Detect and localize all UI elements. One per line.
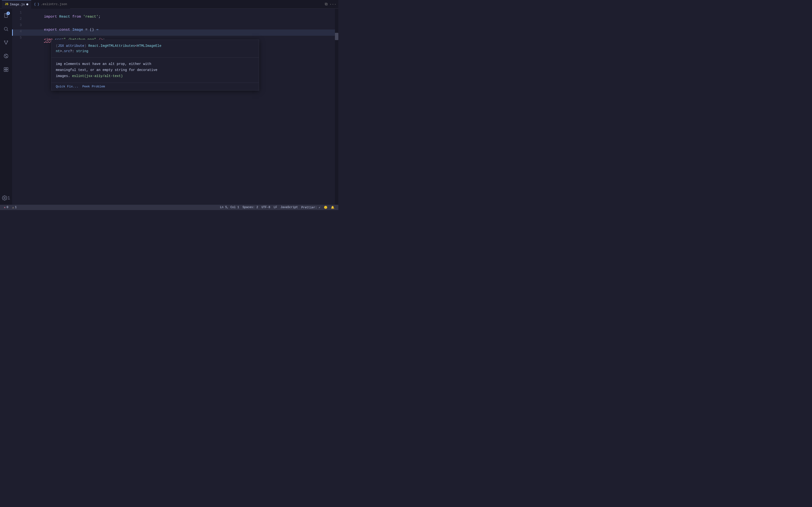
tooltip-imghtml-text: ImgHTMLAttributes (101, 44, 135, 48)
no-internet-icon[interactable] (2, 52, 10, 60)
source-control-icon[interactable] (2, 38, 10, 47)
language-label: JavaScript (281, 206, 298, 209)
tooltip-react-text: React (88, 44, 98, 48)
tooltip-string-type: string (74, 49, 89, 53)
line-ending-setting[interactable]: LF (272, 206, 278, 209)
ln-col: Ln 5, Col 1 (220, 206, 239, 209)
editor-area: 1 import React from 'react'; 2 3 export … (12, 9, 338, 205)
bell-icon: 🔔 (331, 206, 335, 209)
line-content-1: import React from 'react'; (27, 11, 101, 23)
line-number-3: 3 (12, 23, 27, 27)
tooltip-actions: Quick Fix... Peek Problem (51, 82, 259, 90)
split-editor-icon[interactable]: ⧉ (325, 2, 327, 6)
status-right: Ln 5, Col 1 Spaces: 2 UTF-8 LF JavaScrip… (218, 206, 336, 209)
tab-image-js-label: Image.js (10, 3, 24, 6)
error-number: 0 (6, 206, 8, 209)
tab-modified-dot (27, 3, 28, 5)
tab-actions: ⧉ ··· (325, 2, 337, 6)
js-file-icon: JS (5, 3, 8, 6)
notifications-icon[interactable]: 🔔 (329, 206, 336, 209)
svg-point-2 (4, 41, 5, 42)
files-icon[interactable]: 1 (2, 11, 10, 20)
formatter-label: Prettier: ✓ (301, 206, 320, 209)
settings-icon[interactable]: 1 (2, 193, 10, 202)
from-keyword: from (72, 15, 81, 19)
line-number-4: 4 (12, 30, 27, 33)
code-line-4: 4 <img src="./ketchup.png" />; (12, 30, 338, 36)
tooltip-error-section: img elements must have an alt prop, eith… (51, 58, 259, 83)
tooltip-optional: ?: (70, 49, 74, 53)
tooltip-jsx-text: JSX attribute (58, 44, 84, 48)
code-container: 1 import React from 'react'; 2 3 export … (12, 9, 338, 44)
spaces-setting[interactable]: Spaces: 2 (241, 206, 260, 209)
tooltip-close-paren: ) (84, 44, 89, 48)
svg-rect-11 (6, 70, 8, 71)
warning-count[interactable]: ⚠ 1 (11, 205, 18, 210)
svg-rect-8 (4, 68, 6, 69)
language-mode[interactable]: JavaScript (279, 206, 299, 209)
tab-eslintrc-label: .eslintrc.json (41, 2, 67, 6)
tab-bar: JS Image.js { } .eslintrc.json ⧉ ··· (0, 0, 338, 9)
line-number-2: 2 (12, 17, 27, 21)
tooltip-htmlimage-text: HTMLImageEle (137, 44, 161, 48)
feedback-icon[interactable]: 🙂 (322, 206, 329, 209)
code-line-1: 1 import React from 'react'; (12, 11, 338, 17)
status-bar: ✕ 0 ⚠ 1 Ln 5, Col 1 Spaces: 2 UTF-8 LF J… (0, 205, 338, 210)
svg-line-1 (7, 30, 8, 31)
tooltip-eslint-rule: eslint(jsx-a11y/alt-text) (72, 74, 123, 78)
encoding-label: UTF-8 (261, 206, 270, 209)
peek-problem-link[interactable]: Peek Problem (83, 85, 105, 89)
warning-number: 1 (15, 206, 17, 209)
tooltip-type-section: (JSX attribute) React.ImgHTMLAttributes<… (51, 40, 259, 58)
svg-point-4 (6, 44, 6, 44)
line-ending-label: LF (273, 206, 277, 209)
svg-point-12 (4, 197, 5, 199)
svg-point-0 (4, 27, 7, 31)
search-icon[interactable] (2, 24, 10, 33)
react-string: 'react' (83, 15, 98, 19)
tooltip-src-prop: src (64, 49, 70, 53)
import-keyword: import (44, 15, 57, 19)
quick-fix-link[interactable]: Quick Fix... (56, 85, 79, 89)
svg-rect-9 (6, 68, 8, 69)
line-number-5: 5 (12, 36, 27, 40)
cursor-position[interactable]: Ln 5, Col 1 (218, 206, 241, 209)
svg-point-3 (7, 41, 8, 42)
formatter-status[interactable]: Prettier: ✓ (300, 206, 322, 209)
tooltip-nt-text: nt (56, 49, 60, 53)
tooltip-popup: (JSX attribute) React.ImgHTMLAttributes<… (51, 40, 259, 91)
line-4-indicator (12, 30, 13, 36)
line-content-2 (27, 17, 29, 21)
extensions-icon[interactable] (2, 65, 10, 74)
error-count[interactable]: ✕ 0 (2, 205, 10, 210)
encoding-setting[interactable]: UTF-8 (260, 206, 272, 209)
react-identifier: React (59, 15, 70, 19)
code-line-3: 3 export const Image = () ⇒ (12, 23, 338, 30)
json-file-icon: { } (34, 3, 39, 6)
error-icon: ✕ (4, 206, 6, 209)
settings-badge: 1 (7, 195, 10, 201)
warning-icon: ⚠ (12, 206, 14, 209)
spaces-label: Spaces: 2 (243, 206, 258, 209)
files-badge: 1 (6, 12, 10, 15)
tab-image-js[interactable]: JS Image.js (2, 0, 31, 9)
more-actions-icon[interactable]: ··· (329, 2, 337, 6)
tab-eslintrc[interactable]: { } .eslintrc.json (31, 0, 70, 9)
svg-rect-10 (4, 70, 6, 71)
scrollbar-thumb[interactable] (335, 33, 338, 40)
line-number-1: 1 (12, 11, 27, 14)
smiley-icon: 🙂 (324, 206, 327, 209)
activity-bar: 1 (0, 9, 12, 205)
scrollbar-track (335, 9, 338, 205)
